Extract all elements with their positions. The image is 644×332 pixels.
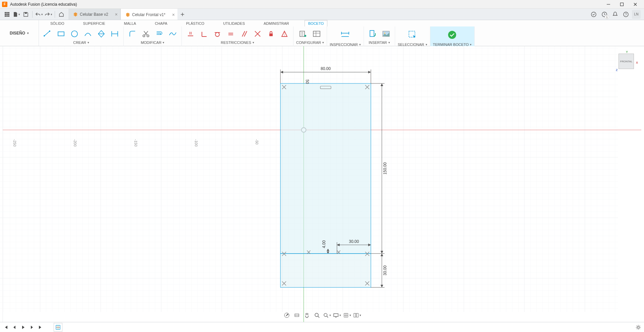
workspace-switcher[interactable]: DISEÑO xyxy=(0,20,39,46)
select-tool[interactable] xyxy=(402,28,423,42)
view-cube[interactable]: FRONTAL Y X Z xyxy=(616,51,637,71)
ribbon-tab-sketch[interactable]: BOCETO xyxy=(305,20,327,26)
view-cube-face[interactable]: FRONTAL xyxy=(619,54,634,69)
tab-label: Celular Frontal v1* xyxy=(132,12,165,17)
insert-derive-button[interactable] xyxy=(367,28,379,40)
ribbon-tab-mesh[interactable]: MALLA xyxy=(121,20,140,26)
help-button[interactable]: ? xyxy=(621,10,631,19)
equal-constraint[interactable] xyxy=(225,28,237,40)
svg-text:50: 50 xyxy=(305,79,310,84)
timeline-prev-button[interactable] xyxy=(11,324,17,330)
job-count-badge: 1 xyxy=(605,15,609,19)
svg-text:-250: -250 xyxy=(13,139,17,147)
viewport-layout-button[interactable] xyxy=(353,311,361,319)
panel-label-modify[interactable]: MODIFICAR xyxy=(141,41,165,45)
app-logo: F xyxy=(2,2,7,7)
panel-label-insert[interactable]: INSERTAR xyxy=(369,41,390,45)
ribbon: DISEÑO SÓLIDO SUPERFICIE MALLA CHAPA PLÁ… xyxy=(0,20,644,46)
measure-tool[interactable] xyxy=(335,28,355,42)
sketch-palette-button[interactable] xyxy=(297,28,309,40)
ribbon-tab-solid[interactable]: SÓLIDO xyxy=(47,20,68,26)
document-tab-2[interactable]: Celular Frontal v1* × xyxy=(121,9,177,20)
panel-create: CREAR xyxy=(39,26,124,48)
svg-rect-42 xyxy=(313,31,320,37)
timeline-sketch-feature[interactable] xyxy=(54,323,62,332)
undo-button[interactable] xyxy=(35,10,43,19)
timeline-settings-button[interactable] xyxy=(635,324,641,330)
ribbon-tab-manage[interactable]: ADMINISTRAR xyxy=(260,20,292,26)
change-parameters-button[interactable] xyxy=(311,28,323,40)
pan-button[interactable] xyxy=(303,311,311,319)
ribbon-tab-plastic[interactable]: PLÁSTICO xyxy=(183,20,208,26)
svg-rect-1 xyxy=(621,3,624,6)
display-settings-button[interactable] xyxy=(333,311,341,319)
navigation-bar xyxy=(281,311,363,320)
panel-label-create[interactable]: CREAR xyxy=(73,41,89,45)
svg-rect-7 xyxy=(5,14,6,15)
timeline-start-button[interactable] xyxy=(3,324,9,330)
spline-tool[interactable] xyxy=(167,28,179,40)
polygon-tool[interactable] xyxy=(95,28,107,40)
timeline-next-button[interactable] xyxy=(29,324,35,330)
redo-button[interactable] xyxy=(44,10,53,19)
fix-constraint[interactable] xyxy=(265,28,277,40)
svg-rect-9 xyxy=(8,14,9,15)
trim-tool[interactable] xyxy=(140,28,152,40)
arc-tool[interactable] xyxy=(82,28,94,40)
finish-sketch-button[interactable] xyxy=(442,28,462,42)
line-tool[interactable] xyxy=(42,28,54,40)
ribbon-tab-sheet[interactable]: CHAPA xyxy=(152,20,171,26)
tab-close-icon[interactable]: × xyxy=(172,12,175,17)
panel-finish-sketch[interactable]: TERMINAR BOCETO xyxy=(430,26,475,48)
svg-rect-12 xyxy=(8,15,9,17)
perpendicular-constraint[interactable] xyxy=(198,28,210,40)
extensions-button[interactable] xyxy=(589,10,598,19)
svg-point-41 xyxy=(304,35,306,37)
panel-label-constraints[interactable]: RESTRICCIONES xyxy=(221,41,254,45)
panel-modify: MODIFICAR xyxy=(124,26,182,48)
look-at-button[interactable] xyxy=(293,311,301,319)
zoom-button[interactable] xyxy=(313,311,321,319)
new-tab-button[interactable] xyxy=(177,9,187,20)
file-menu-button[interactable] xyxy=(12,10,21,19)
panel-label-configure[interactable]: CONFIGURAR xyxy=(296,41,324,45)
horizontal-constraint[interactable] xyxy=(184,28,197,40)
ribbon-tab-surface[interactable]: SUPERFICIE xyxy=(80,20,109,26)
orbit-button[interactable] xyxy=(283,311,291,319)
timeline-play-button[interactable] xyxy=(20,324,26,330)
sketch-geometry[interactable] xyxy=(280,83,371,287)
svg-line-86 xyxy=(318,316,319,318)
save-button[interactable] xyxy=(21,10,30,19)
circle-tool[interactable] xyxy=(68,28,80,40)
fillet-tool[interactable] xyxy=(126,28,139,40)
minimize-button[interactable] xyxy=(602,0,615,9)
svg-rect-47 xyxy=(370,30,374,37)
data-panel-button[interactable] xyxy=(3,10,11,19)
offset-tool[interactable] xyxy=(153,28,165,40)
insert-image-button[interactable] xyxy=(380,28,392,40)
document-tab-1[interactable]: Celular Base v2 × xyxy=(68,9,121,20)
tangent-constraint[interactable] xyxy=(211,28,223,40)
coincident-constraint[interactable] xyxy=(252,28,264,40)
svg-rect-94 xyxy=(354,313,356,317)
symmetry-constraint[interactable] xyxy=(278,28,290,40)
tab-close-icon[interactable]: × xyxy=(115,12,118,17)
svg-rect-95 xyxy=(356,313,358,317)
timeline-end-button[interactable] xyxy=(38,324,44,330)
close-button[interactable] xyxy=(629,0,642,9)
notifications-button[interactable] xyxy=(610,10,620,19)
rectangle-tool[interactable] xyxy=(55,28,67,40)
job-status-button[interactable]: 1 xyxy=(600,10,609,19)
parallel-constraint[interactable] xyxy=(238,28,250,40)
user-avatar[interactable]: LN xyxy=(632,10,641,19)
ribbon-tab-utilities[interactable]: UTILIDADES xyxy=(220,20,248,26)
svg-text:?: ? xyxy=(625,13,627,16)
dimension-tool[interactable] xyxy=(109,28,121,40)
zoom-menu-button[interactable] xyxy=(323,311,331,319)
maximize-button[interactable] xyxy=(615,0,629,9)
grid-settings-button[interactable] xyxy=(343,311,351,319)
svg-point-87 xyxy=(324,313,327,316)
canvas[interactable]: -250 -200 -150 -100 -50 xyxy=(0,46,644,322)
svg-text:80.00: 80.00 xyxy=(321,66,331,71)
home-button[interactable] xyxy=(57,10,66,19)
